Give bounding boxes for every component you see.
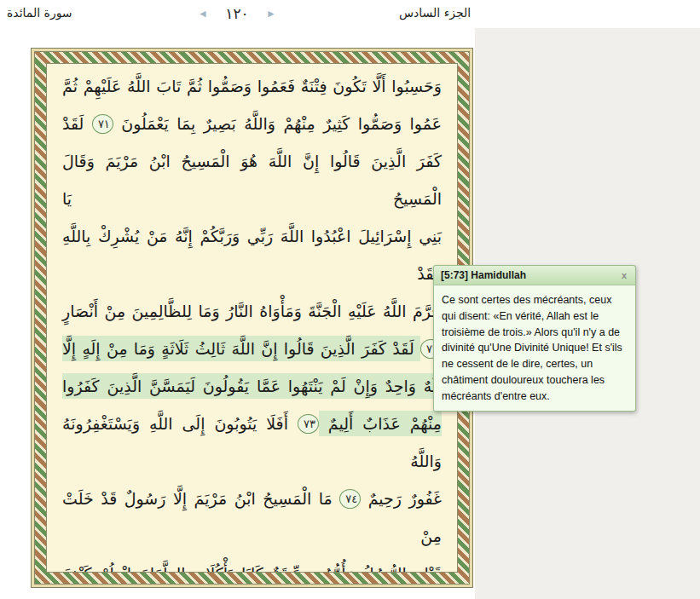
juz-label: الجزء السادس bbox=[399, 6, 471, 20]
quran-line: غَفُورٌ رَحِيمٌ ٧٤ مَا الْمَسِيحُ ابْنُ … bbox=[62, 480, 442, 555]
prev-page-icon[interactable]: ◄ bbox=[198, 3, 208, 24]
verse-marker: ٧٣ bbox=[298, 414, 319, 434]
verse-text[interactable]: مِنْهُمْ عَذَابٌ أَلِيمٌ bbox=[319, 411, 442, 436]
quran-line: مِنْهُمْ عَذَابٌ أَلِيمٌ ٧٣ أَفَلَا يَتُ… bbox=[62, 405, 442, 480]
verse-text[interactable]: حَرَّمَ اللَّهُ عَلَيْهِ الْجَنَّةَ وَمَ… bbox=[62, 302, 442, 320]
verse-text[interactable]: إِلَهٌ وَاحِدٌ وَإِنْ لَمْ يَنْتَهُوا عَ… bbox=[62, 373, 442, 399]
next-page-icon[interactable]: ► bbox=[266, 3, 276, 24]
page-number: ١٢٠ bbox=[225, 5, 248, 22]
verse-text[interactable]: قَبْلِهِ الرُّسُلُ وَأُمُّهُ صِدِّيقَةٌ … bbox=[62, 564, 442, 573]
verse-marker: ٧١ bbox=[92, 114, 113, 134]
translation-tooltip: [5:73] Hamidullah x Ce sont certes des m… bbox=[433, 265, 636, 412]
verse-marker: ٧٤ bbox=[339, 489, 361, 509]
quran-line: بَنِي إِسْرَائِيلَ اعْبُدُوا اللَّهَ رَب… bbox=[62, 217, 442, 292]
top-navigation-bar: سورة المائدة ◄ ١٢٠ ► الجزء السادس bbox=[0, 0, 700, 28]
quran-line: وَحَسِبُوا أَلَّا تَكُونَ فِتْنَةٌ فَعَم… bbox=[62, 67, 442, 105]
tooltip-body: Ce sont certes des mécréants, ceux qui d… bbox=[433, 285, 636, 412]
verse-text[interactable]: وَحَسِبُوا أَلَّا تَكُونَ فِتْنَةٌ فَعَم… bbox=[62, 77, 442, 95]
verse-text[interactable]: لَقَدْ bbox=[62, 114, 92, 133]
tooltip-header: [5:73] Hamidullah x bbox=[433, 265, 636, 285]
frame-outer-band: وَحَسِبُوا أَلَّا تَكُونَ فِتْنَةٌ فَعَم… bbox=[31, 48, 473, 588]
mushaf-text: وَحَسِبُوا أَلَّا تَكُونَ فِتْنَةٌ فَعَم… bbox=[62, 67, 442, 573]
mushaf-page: وَحَسِبُوا أَلَّا تَكُونَ فِتْنَةٌ فَعَم… bbox=[46, 63, 458, 573]
quran-line: إِلَهٌ وَاحِدٌ وَإِنْ لَمْ يَنْتَهُوا عَ… bbox=[62, 367, 442, 405]
verse-text[interactable]: عَمُوا وَصَمُّوا كَثِيرٌ مِنْهُمْ وَاللَ… bbox=[113, 114, 442, 133]
mushaf-frame: وَحَسِبُوا أَلَّا تَكُونَ فِتْنَةٌ فَعَم… bbox=[31, 48, 473, 588]
quran-line: قَبْلِهِ الرُّسُلُ وَأُمُّهُ صِدِّيقَةٌ … bbox=[62, 555, 442, 573]
page-navigation: ◄ ١٢٠ ► bbox=[198, 3, 276, 24]
frame-rope-band: وَحَسِبُوا أَلَّا تَكُونَ فِتْنَةٌ فَعَم… bbox=[34, 51, 470, 585]
quran-line: كَفَرَ الَّذِينَ قَالُوا إِنَّ اللَّهَ ه… bbox=[62, 142, 442, 217]
verse-text[interactable]: كَفَرَ الَّذِينَ قَالُوا إِنَّ اللَّهَ ه… bbox=[62, 152, 442, 208]
verse-text[interactable]: لَقَدْ كَفَرَ الَّذِينَ قَالُوا إِنَّ ال… bbox=[62, 336, 420, 361]
close-icon[interactable]: x bbox=[620, 270, 628, 280]
quran-line: عَمُوا وَصَمُّوا كَثِيرٌ مِنْهُمْ وَاللَ… bbox=[62, 105, 442, 142]
tooltip-title: [5:73] Hamidullah bbox=[441, 269, 526, 281]
quran-line: حَرَّمَ اللَّهُ عَلَيْهِ الْجَنَّةَ وَمَ… bbox=[62, 292, 442, 330]
verse-text[interactable]: غَفُورٌ رَحِيمٌ bbox=[361, 489, 442, 508]
quran-line: ٧٢ لَقَدْ كَفَرَ الَّذِينَ قَالُوا إِنَّ… bbox=[62, 330, 442, 367]
surah-label: سورة المائدة bbox=[7, 6, 72, 20]
verse-text[interactable]: بَنِي إِسْرَائِيلَ اعْبُدُوا اللَّهَ رَب… bbox=[62, 227, 442, 283]
